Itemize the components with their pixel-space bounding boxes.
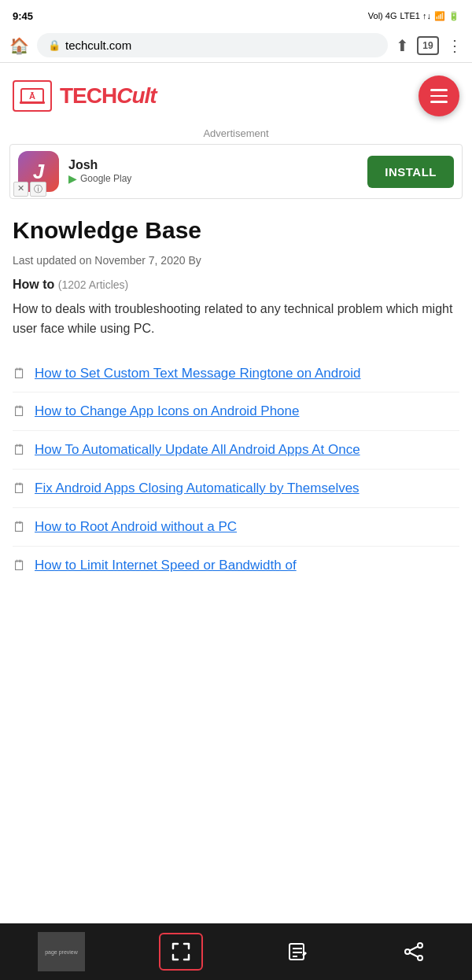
list-item: 🗒 How To Automatically Update All Androi… [13,431,459,470]
list-item: 🗒 How to Set Custom Text Message Rington… [13,355,459,393]
svg-point-7 [418,943,422,948]
lte-icon: LTE1 ↑↓ [400,11,431,20]
ad-info-button[interactable]: ⓘ [30,182,46,197]
browser-bar: 🏠 🔒 techcult.com ⬆ 19 ⋮ [0,28,472,63]
signal-icon: Vol) 4G [368,11,397,20]
document-icon: 🗒 [13,403,27,420]
ad-store: ▶ Google Play [68,172,358,185]
ad-info: Josh ▶ Google Play [68,158,358,185]
status-right: Vol) 4G LTE1 ↑↓ 📶 🔋 [368,11,459,21]
url-text: techcult.com [65,39,131,52]
article-link[interactable]: How to Limit Internet Speed or Bandwidth… [35,556,297,575]
logo-text: TECHCult [60,83,157,109]
article-content: Knowledge Base Last updated on November … [0,204,472,584]
expand-icon [170,941,192,963]
article-link[interactable]: How to Change App Icons on Android Phone [35,402,299,421]
status-bar: 9:45 Vol) 4G LTE1 ↑↓ 📶 🔋 [0,0,472,28]
page-title: Knowledge Base [13,216,459,245]
svg-rect-1 [20,101,45,104]
document-icon: 🗒 [13,481,27,497]
article-link[interactable]: Fix Android Apps Closing Automatically b… [35,479,360,498]
install-button[interactable]: INSTALL [367,156,454,188]
hamburger-menu-button[interactable] [419,76,459,116]
last-updated: Last updated on November 7, 2020 By [13,254,459,267]
edit-button[interactable] [275,933,319,971]
hamburger-line-3 [430,101,448,103]
logo-icon: Ā [13,80,52,112]
share-action-button[interactable] [392,933,436,971]
category-line: How to (1202 Articles) [13,278,459,292]
logo-area: Ā TECHCult [13,80,157,112]
bottom-bar: page preview [0,923,472,980]
article-list: 🗒 How to Set Custom Text Message Rington… [13,355,459,584]
article-link[interactable]: How to Root Android without a PC [35,518,237,536]
ad-label: Advertisement [9,127,463,139]
bars-icon: 📶 [434,11,445,21]
edit-icon [286,941,308,963]
share-button[interactable]: ⬆ [396,36,409,55]
play-store-icon: ▶ [68,172,77,185]
browser-actions: ⬆ 19 ⋮ [396,36,463,55]
svg-text:Ā: Ā [29,91,35,101]
list-item: 🗒 How to Change App Icons on Android Pho… [13,392,459,431]
svg-line-11 [410,953,418,957]
article-link[interactable]: How to Set Custom Text Message Ringtone … [35,364,361,383]
list-item: 🗒 How to Root Android without a PC [13,508,459,547]
category-count: (1202 Articles) [58,278,128,291]
url-bar[interactable]: 🔒 techcult.com [37,33,388,57]
hamburger-line-2 [430,95,448,98]
category-description: How to deals with troubleshooting relate… [13,300,459,339]
list-item: 🗒 Fix Android Apps Closing Automatically… [13,470,459,508]
article-link[interactable]: How To Automatically Update All Android … [35,440,360,459]
ad-close-area: ✕ ⓘ [13,182,46,197]
battery-icon: 🔋 [448,11,459,21]
advertisement-banner: Advertisement J Josh ▶ Google Play INSTA… [0,123,472,204]
svg-line-10 [410,947,418,951]
hamburger-line-1 [430,89,448,91]
home-button[interactable]: 🏠 [9,36,29,55]
document-icon: 🗒 [13,442,27,459]
svg-point-9 [418,956,422,960]
document-icon: 🗒 [13,519,27,536]
tab-count-button[interactable]: 19 [417,36,439,55]
store-name: Google Play [80,173,131,184]
tab-preview-button[interactable]: page preview [36,930,87,973]
status-time: 9:45 [13,10,33,22]
ad-close-button[interactable]: ✕ [13,182,28,197]
more-menu-button[interactable]: ⋮ [447,36,463,55]
share-icon [403,941,425,963]
category-label: How to [13,278,54,291]
document-icon: 🗒 [13,558,27,574]
page-content: Ā TECHCult Advertisement J Josh ▶ Google… [0,63,472,584]
ad-content: J Josh ▶ Google Play INSTALL ✕ ⓘ [9,144,463,199]
list-item: 🗒 How to Limit Internet Speed or Bandwid… [13,547,459,584]
svg-point-8 [405,949,410,954]
lock-icon: 🔒 [48,39,61,51]
ad-app-name: Josh [68,158,358,172]
document-icon: 🗒 [13,366,27,382]
expand-button[interactable] [159,933,203,971]
tab-preview-thumbnail: page preview [38,932,85,971]
site-header: Ā TECHCult [0,63,472,123]
